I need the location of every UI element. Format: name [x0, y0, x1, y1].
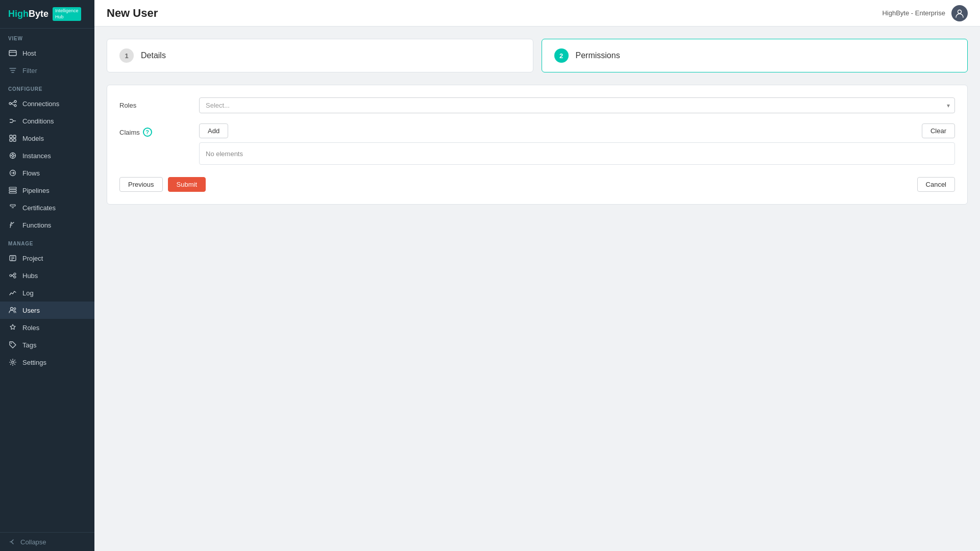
svg-point-35	[11, 343, 12, 344]
claims-row: Claims ? Add Clear No elements	[119, 123, 955, 165]
svg-rect-21	[10, 205, 15, 206]
svg-point-4	[14, 105, 16, 107]
svg-point-33	[11, 308, 13, 310]
svg-rect-8	[13, 135, 16, 138]
svg-point-30	[14, 276, 16, 278]
sidebar-item-pipelines-label: Pipelines	[22, 187, 50, 194]
tags-icon	[8, 340, 17, 349]
sidebar-item-host-label: Host	[22, 49, 36, 57]
claims-help-icon[interactable]: ?	[143, 128, 152, 137]
conditions-icon	[8, 116, 17, 126]
models-icon	[8, 134, 17, 143]
sidebar-item-flows[interactable]: Flows	[0, 164, 94, 182]
cancel-button[interactable]: Cancel	[917, 177, 955, 192]
view-section-label: VIEW	[0, 29, 94, 44]
logo-byte: Byte	[29, 9, 48, 19]
svg-point-12	[12, 155, 14, 157]
sidebar-item-settings[interactable]: Settings	[0, 354, 94, 371]
sidebar-item-conditions-label: Conditions	[22, 117, 54, 125]
svg-line-31	[12, 274, 14, 276]
step-details-label: Details	[141, 51, 166, 60]
roles-select[interactable]: Select...	[199, 97, 955, 113]
svg-rect-7	[10, 135, 12, 138]
content-area: 1 Details 2 Permissions Roles Select... …	[94, 27, 980, 551]
sidebar-item-filter[interactable]: Filter	[0, 62, 94, 79]
step-details-number: 1	[119, 48, 134, 63]
svg-line-32	[12, 276, 14, 277]
sidebar-item-filter-label: Filter	[22, 67, 37, 74]
instances-icon	[8, 151, 17, 160]
configure-section-label: CONFIGURE	[0, 79, 94, 95]
sidebar-item-project[interactable]: Project	[0, 249, 94, 267]
main-content: New User HighByte - Enterprise 1 Details…	[94, 0, 980, 551]
manage-section-label: MANAGE	[0, 234, 94, 249]
sidebar-item-tags[interactable]: Tags	[0, 336, 94, 354]
sidebar-item-log[interactable]: Log	[0, 284, 94, 302]
topbar-right: HighByte - Enterprise	[882, 5, 968, 21]
collapse-label: Collapse	[20, 538, 46, 546]
host-icon	[8, 48, 17, 58]
functions-icon	[8, 220, 17, 230]
sidebar-item-project-label: Project	[22, 255, 43, 262]
roles-icon	[8, 323, 17, 332]
sidebar-item-flows-label: Flows	[22, 169, 40, 177]
sidebar-item-log-label: Log	[22, 289, 34, 297]
settings-icon	[8, 358, 17, 367]
sidebar-item-settings-label: Settings	[22, 359, 46, 366]
sidebar-item-hubs-label: Hubs	[22, 272, 38, 280]
sidebar-item-hubs[interactable]: Hubs	[0, 267, 94, 284]
sidebar-item-host[interactable]: Host	[0, 44, 94, 62]
step-permissions-label: Permissions	[576, 51, 620, 60]
logo-area: HighByte Intelligence Hub	[0, 0, 94, 29]
pipelines-icon	[8, 186, 17, 195]
action-left: Previous Submit	[119, 177, 206, 192]
svg-point-29	[14, 273, 16, 275]
sidebar-item-pipelines[interactable]: Pipelines	[0, 182, 94, 199]
sidebar-item-instances-label: Instances	[22, 152, 51, 160]
sidebar-item-users[interactable]: Users	[0, 302, 94, 319]
sidebar-item-instances[interactable]: Instances	[0, 147, 94, 164]
step-permissions-number: 2	[554, 48, 569, 63]
svg-line-6	[11, 104, 14, 106]
sidebar-item-models-label: Models	[22, 135, 44, 142]
user-avatar[interactable]	[951, 5, 968, 21]
svg-rect-19	[9, 190, 16, 191]
sidebar-item-connections[interactable]: Connections	[0, 95, 94, 112]
previous-button[interactable]: Previous	[119, 177, 163, 192]
svg-rect-0	[9, 51, 16, 56]
sidebar-item-certificates[interactable]: Certificates	[0, 199, 94, 216]
sidebar-item-users-label: Users	[22, 307, 40, 314]
logo-badge: Intelligence Hub	[53, 7, 81, 21]
no-elements-text: No elements	[206, 150, 243, 158]
svg-point-28	[10, 274, 12, 277]
filter-icon	[8, 66, 17, 75]
svg-rect-18	[9, 187, 16, 189]
add-claim-button[interactable]: Add	[199, 123, 228, 138]
claims-actions: Add Clear	[199, 123, 955, 138]
svg-rect-10	[13, 139, 16, 141]
page-title: New User	[107, 7, 158, 20]
flows-icon	[8, 168, 17, 178]
connections-icon	[8, 99, 17, 108]
sidebar-bottom: Collapse	[0, 532, 94, 551]
sidebar-item-models[interactable]: Models	[0, 130, 94, 147]
sidebar-item-conditions[interactable]: Conditions	[0, 112, 94, 130]
logo: HighByte	[8, 9, 48, 19]
svg-point-36	[12, 361, 14, 363]
sidebar-item-roles[interactable]: Roles	[0, 319, 94, 336]
roles-row: Roles Select... ▾	[119, 97, 955, 113]
collapse-button[interactable]: Collapse	[8, 538, 86, 546]
sidebar-item-roles-label: Roles	[22, 324, 39, 332]
claims-field: Add Clear No elements	[199, 123, 955, 165]
sidebar-item-functions[interactable]: Functions	[0, 216, 94, 234]
svg-rect-20	[9, 192, 16, 193]
instance-label: HighByte - Enterprise	[882, 9, 945, 17]
sidebar: HighByte Intelligence Hub VIEW Host Filt…	[0, 0, 94, 551]
svg-point-38	[958, 10, 962, 13]
svg-point-3	[14, 101, 16, 103]
submit-button[interactable]: Submit	[168, 177, 206, 192]
certificates-icon	[8, 203, 17, 212]
svg-line-5	[11, 102, 14, 104]
step-permissions: 2 Permissions	[542, 39, 968, 72]
clear-claims-button[interactable]: Clear	[922, 123, 955, 138]
